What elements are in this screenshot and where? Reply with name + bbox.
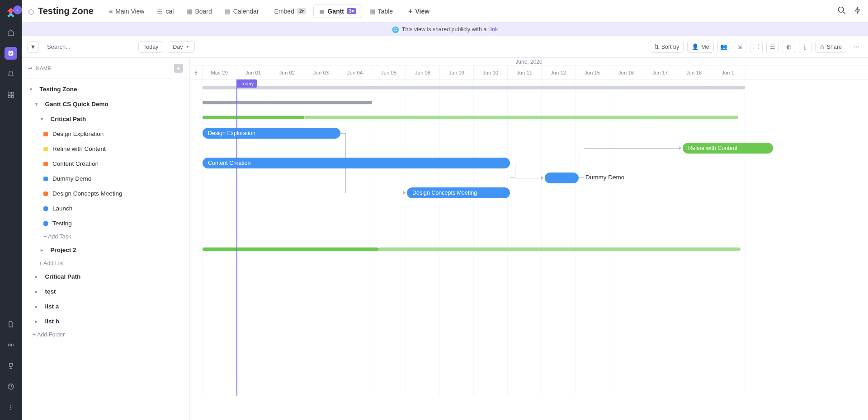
automations-icon[interactable]	[854, 6, 862, 16]
summary-bar-space[interactable]	[203, 86, 745, 89]
tree-task[interactable]: Refine with Content	[22, 141, 189, 156]
space-title[interactable]: ◇ Testing Zone	[28, 6, 94, 16]
add-folder-button[interactable]: + Add Folder	[22, 329, 189, 341]
collapse-icon[interactable]: ⇲	[734, 41, 746, 53]
tree-task[interactable]: Launch	[22, 201, 189, 216]
home-icon[interactable]	[5, 26, 17, 39]
gantt-chart[interactable]: June, 2020 8May 29Jun 01Jun 02Jun 03Jun …	[190, 58, 868, 420]
add-view-button[interactable]: +View	[403, 5, 435, 18]
banner-text: This view is shared publicly with a	[402, 26, 487, 33]
goals-icon[interactable]	[5, 359, 17, 372]
tree-space[interactable]: ▾ Testing Zone	[22, 82, 189, 97]
notifications-icon[interactable]	[5, 68, 17, 80]
tree-task[interactable]: Dummy Demo	[22, 171, 189, 186]
tasks-icon[interactable]	[5, 47, 17, 60]
day-cell: 8	[190, 66, 203, 79]
svg-rect-2	[11, 92, 14, 94]
day-cell: Jun 05	[372, 66, 406, 79]
list-alt-icon: ☰	[157, 8, 163, 15]
summary-bar-critical-a[interactable]	[203, 116, 304, 119]
day-cell: Jun 03	[304, 66, 338, 79]
tree-folder-collapsed[interactable]: ▸ test	[22, 284, 189, 299]
summary-bar-project2-a[interactable]	[203, 247, 379, 251]
download-icon[interactable]: ⭳	[799, 41, 811, 53]
tree-header-label: NAME	[36, 65, 52, 71]
more-options-icon[interactable]: ⋯	[850, 41, 863, 53]
day-cell: Jun 02	[270, 66, 304, 79]
month-label: June, 2020	[190, 58, 868, 66]
day-cell: Jun 1	[711, 66, 745, 79]
add-task-button[interactable]: + Add Task	[22, 231, 189, 243]
tab-gantt[interactable]: ≣Gantt3▾	[313, 5, 362, 18]
banner-link[interactable]: link	[489, 26, 498, 33]
summary-bar-project2-b[interactable]	[379, 247, 741, 251]
expand-sidebar-icon[interactable]: ›	[13, 5, 22, 14]
day-cell: Jun 08	[406, 66, 440, 79]
tree-task[interactable]: Content Creation	[22, 156, 189, 171]
tree-list-project2[interactable]: ▸ Project 2	[22, 243, 189, 257]
view-header: ◇ Testing Zone ≡Main View☰cal▦Board▤Cale…	[22, 0, 868, 23]
day-cell: Jun 01	[236, 66, 270, 79]
expand-icon[interactable]: ⛶	[750, 41, 763, 53]
today-button[interactable]: Today	[138, 41, 163, 53]
day-cell: Jun 17	[643, 66, 677, 79]
tab-main-view[interactable]: ≡Main View	[104, 5, 150, 18]
day-cell: Jun 11	[508, 66, 542, 79]
color-icon[interactable]: ◐	[783, 41, 795, 53]
search-input[interactable]	[43, 41, 134, 53]
search-icon[interactable]	[837, 6, 846, 16]
add-item-button[interactable]: +	[174, 64, 183, 73]
scale-dropdown[interactable]: Day▼	[168, 41, 194, 53]
svg-rect-4	[11, 95, 14, 98]
bar-refine-content[interactable]: Refine with Content	[683, 143, 773, 154]
day-cell: Jun 10	[474, 66, 508, 79]
help-icon[interactable]	[5, 380, 17, 393]
gantt-icon: ≣	[319, 8, 325, 15]
tab-calendar[interactable]: ▤Calendar	[219, 5, 264, 18]
bar-design-concepts[interactable]: Design Concepts Meeting	[407, 187, 510, 198]
day-cell: Jun 12	[542, 66, 576, 79]
me-button[interactable]: 👤Me	[687, 41, 713, 53]
board-icon: ▦	[186, 8, 192, 15]
summary-bar-folder[interactable]	[203, 101, 372, 104]
tab-board[interactable]: ▦Board	[181, 5, 217, 18]
day-cell: Jun 16	[609, 66, 643, 79]
svg-point-10	[10, 409, 11, 410]
app-logo[interactable]: ›	[5, 6, 17, 18]
day-cell: Jun 15	[576, 66, 609, 79]
docs-icon[interactable]	[5, 318, 17, 331]
add-list-button[interactable]: + Add List	[22, 257, 189, 269]
path-icon[interactable]: ☰	[766, 41, 779, 53]
app-sidebar: ›	[0, 0, 22, 420]
assignees-icon[interactable]: 👥	[717, 41, 730, 53]
bar-content-creation[interactable]: Content Creation	[203, 158, 510, 168]
globe-icon: 🌐	[392, 26, 399, 33]
pulse-icon[interactable]	[5, 339, 17, 351]
back-icon[interactable]: ↩	[28, 65, 33, 71]
tree-folder-collapsed[interactable]: ▸ list a	[22, 299, 189, 314]
svg-point-11	[839, 7, 844, 13]
tab-embed[interactable]: Embed2▾	[266, 5, 312, 18]
sort-button[interactable]: ⇅Sort by	[650, 41, 684, 53]
tree-list[interactable]: ▾ Critical Path	[22, 112, 189, 126]
day-cell: Jun 04	[338, 66, 372, 79]
tree-task[interactable]: Design Exploration	[22, 126, 189, 141]
tab-table[interactable]: ▦Table	[364, 5, 398, 18]
list-icon: ≡	[109, 8, 113, 15]
more-icon[interactable]	[5, 401, 17, 414]
tree-folder[interactable]: ▾ Gantt CS Quick Demo	[22, 97, 189, 112]
tree-task[interactable]: Design Concepts Meeting	[22, 186, 189, 201]
bar-dummy-demo[interactable]	[545, 173, 579, 183]
filter-button[interactable]: ▼	[27, 41, 39, 53]
day-cell: Jun 09	[440, 66, 474, 79]
tree-folder-collapsed[interactable]: ▸ Critical Path	[22, 269, 189, 284]
tab-cal[interactable]: ☰cal	[151, 5, 179, 18]
share-button[interactable]: ⋔Share	[815, 41, 846, 53]
bar-design-exploration[interactable]: Design Exploration	[203, 128, 340, 139]
tree-task[interactable]: Testing	[22, 216, 189, 231]
tag-icon: ◇	[28, 6, 34, 16]
tree-folder-collapsed[interactable]: ▸ list b	[22, 314, 189, 329]
dashboards-icon[interactable]	[5, 89, 17, 101]
summary-bar-critical-b[interactable]	[304, 116, 738, 119]
day-cell: May 29	[203, 66, 236, 79]
